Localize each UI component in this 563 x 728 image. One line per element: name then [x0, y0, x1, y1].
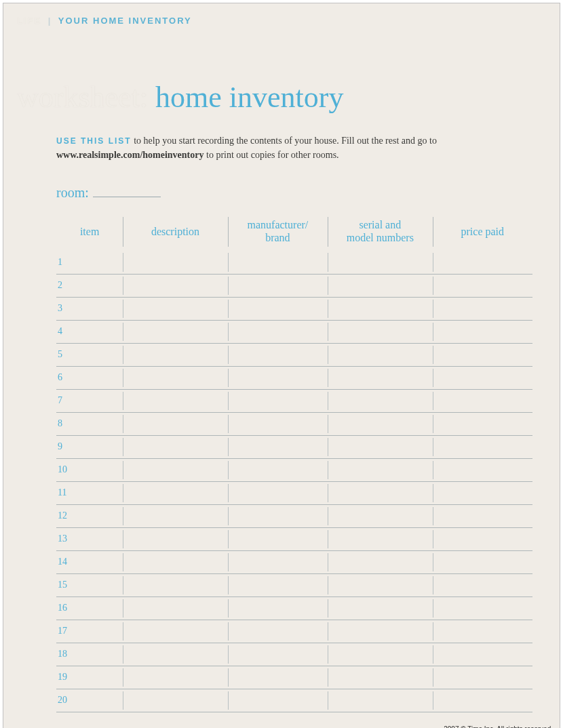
col-header-description: description [123, 213, 227, 251]
intro-text-1: to help you start recording the contents… [132, 136, 437, 146]
table-cell[interactable] [328, 573, 432, 596]
table-cell[interactable] [328, 689, 432, 712]
room-input-line[interactable] [93, 185, 161, 197]
table-cell[interactable] [328, 458, 432, 481]
table-cell[interactable] [328, 320, 432, 343]
table-cell[interactable] [123, 643, 227, 666]
table-cell[interactable] [123, 297, 227, 320]
title-main: home inventory [155, 81, 343, 114]
table-cell[interactable] [328, 596, 432, 620]
table-cell[interactable] [328, 481, 432, 504]
table-cell[interactable] [123, 504, 227, 527]
table-cell[interactable] [123, 366, 227, 389]
table-cell[interactable] [228, 343, 328, 366]
col-header-serial: serial and model numbers [328, 213, 432, 251]
table-cell[interactable] [328, 666, 432, 689]
row-number: 12 [56, 504, 123, 527]
table-cell[interactable] [433, 620, 532, 643]
table-cell[interactable] [123, 343, 227, 366]
table-cell[interactable] [123, 527, 227, 550]
table-cell[interactable] [123, 620, 227, 643]
table-cell[interactable] [433, 481, 532, 504]
table-cell[interactable] [123, 435, 227, 458]
table-cell[interactable] [433, 527, 532, 550]
table-cell[interactable] [328, 527, 432, 550]
intro-url: www.realsimple.com/homeinventory [56, 150, 204, 160]
table-cell[interactable] [228, 297, 328, 320]
table-cell[interactable] [433, 596, 532, 620]
table-cell[interactable] [228, 666, 328, 689]
table-cell[interactable] [228, 320, 328, 343]
table-cell[interactable] [123, 412, 227, 435]
table-cell[interactable] [433, 458, 532, 481]
table-cell[interactable] [228, 251, 328, 274]
table-cell[interactable] [433, 320, 532, 343]
table-cell[interactable] [328, 643, 432, 666]
table-cell[interactable] [228, 412, 328, 435]
table-cell[interactable] [123, 666, 227, 689]
row-number: 15 [56, 573, 123, 596]
table-cell[interactable] [433, 643, 532, 666]
table-cell[interactable] [433, 666, 532, 689]
table-row: 14 [56, 550, 532, 573]
table-cell[interactable] [123, 573, 227, 596]
table-cell[interactable] [228, 481, 328, 504]
table-cell[interactable] [123, 274, 227, 297]
table-cell[interactable] [328, 504, 432, 527]
table-cell[interactable] [228, 573, 328, 596]
table-cell[interactable] [228, 596, 328, 620]
table-cell[interactable] [228, 550, 328, 573]
table-cell[interactable] [328, 389, 432, 412]
section-divider: | [48, 16, 52, 26]
table-cell[interactable] [228, 435, 328, 458]
table-cell[interactable] [123, 389, 227, 412]
table-cell[interactable] [123, 550, 227, 573]
table-cell[interactable] [328, 620, 432, 643]
table-cell[interactable] [228, 643, 328, 666]
table-cell[interactable] [433, 389, 532, 412]
table-cell[interactable] [433, 573, 532, 596]
table-cell[interactable] [123, 596, 227, 620]
table-cell[interactable] [328, 274, 432, 297]
table-cell[interactable] [123, 689, 227, 712]
table-cell[interactable] [433, 550, 532, 573]
table-cell[interactable] [123, 251, 227, 274]
table-cell[interactable] [433, 689, 532, 712]
col-header-item: item [56, 213, 123, 251]
table-cell[interactable] [328, 412, 432, 435]
table-cell[interactable] [228, 366, 328, 389]
table-cell[interactable] [228, 620, 328, 643]
table-cell[interactable] [228, 689, 328, 712]
row-number: 18 [56, 643, 123, 666]
table-cell[interactable] [123, 481, 227, 504]
table-cell[interactable] [433, 366, 532, 389]
table-cell[interactable] [228, 504, 328, 527]
row-number: 6 [56, 366, 123, 389]
table-cell[interactable] [328, 251, 432, 274]
life-label: life [17, 16, 41, 26]
table-cell[interactable] [328, 343, 432, 366]
table-cell[interactable] [433, 435, 532, 458]
table-cell[interactable] [433, 297, 532, 320]
table-cell[interactable] [228, 527, 328, 550]
table-cell[interactable] [228, 458, 328, 481]
row-number: 4 [56, 320, 123, 343]
table-cell[interactable] [433, 343, 532, 366]
table-cell[interactable] [328, 435, 432, 458]
table-row: 8 [56, 412, 532, 435]
table-cell[interactable] [123, 320, 227, 343]
table-row: 17 [56, 620, 532, 643]
table-cell[interactable] [433, 412, 532, 435]
table-cell[interactable] [123, 458, 227, 481]
row-number: 7 [56, 389, 123, 412]
section-label: life | YOUR HOME INVENTORY [17, 16, 560, 26]
table-cell[interactable] [433, 274, 532, 297]
table-row: 6 [56, 366, 532, 389]
table-cell[interactable] [228, 274, 328, 297]
table-cell[interactable] [433, 251, 532, 274]
table-cell[interactable] [328, 366, 432, 389]
table-cell[interactable] [228, 389, 328, 412]
table-cell[interactable] [328, 297, 432, 320]
table-cell[interactable] [433, 504, 532, 527]
table-cell[interactable] [328, 550, 432, 573]
